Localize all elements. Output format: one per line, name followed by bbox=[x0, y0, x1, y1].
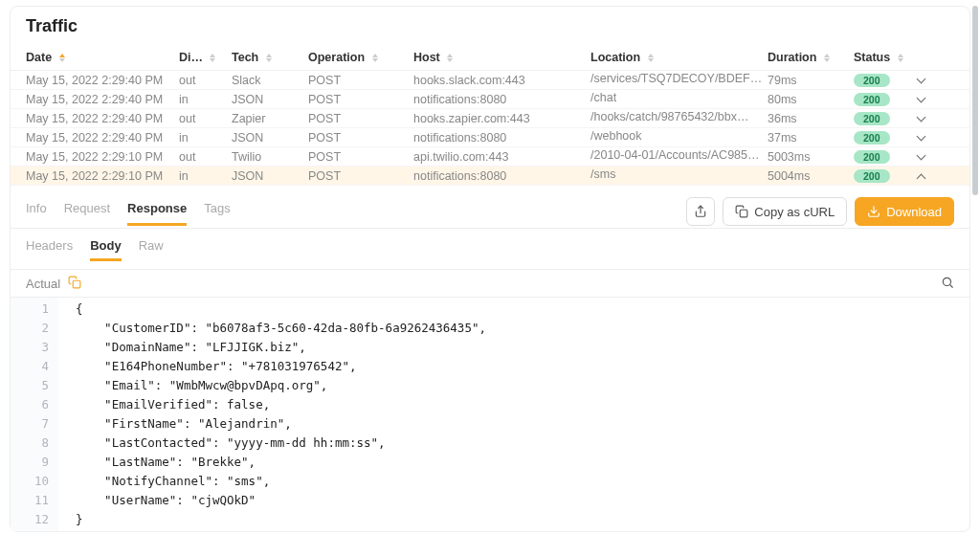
cell-date: May 15, 2022 2:29:40 PM bbox=[26, 131, 179, 145]
subtab-headers[interactable]: Headers bbox=[26, 234, 73, 261]
cell-operation: POST bbox=[308, 169, 413, 183]
cell-operation: POST bbox=[308, 74, 413, 87]
line-number: 8 bbox=[11, 434, 49, 453]
sort-icon bbox=[266, 54, 272, 62]
column-header-operation[interactable]: Operation bbox=[308, 51, 413, 64]
row-detail-pane: Info Request Response Tags Copy as cURL … bbox=[11, 186, 969, 531]
detail-tabs: Info Request Response Tags bbox=[26, 197, 686, 226]
line-number: 6 bbox=[11, 395, 49, 414]
copy-icon bbox=[68, 276, 81, 289]
code-line: } bbox=[76, 510, 486, 529]
svg-rect-3 bbox=[73, 280, 80, 288]
cell-operation: POST bbox=[308, 150, 413, 164]
cell-tech: JSON bbox=[232, 131, 308, 145]
cell-date: May 15, 2022 2:29:40 PM bbox=[26, 112, 179, 125]
status-badge: 200 bbox=[854, 93, 890, 106]
table-row[interactable]: May 15, 2022 2:29:10 PMinJSONPOSTnotific… bbox=[11, 167, 969, 186]
cell-tech: Twilio bbox=[232, 150, 308, 164]
cell-host: hooks.zapier.com:443 bbox=[413, 112, 590, 125]
column-header-direction[interactable]: Di… bbox=[179, 51, 232, 64]
column-header-status[interactable]: Status bbox=[854, 51, 911, 64]
code-line: "DomainName": "LFJJIGK.biz", bbox=[76, 338, 486, 357]
column-label: Duration bbox=[768, 51, 816, 64]
sort-icon bbox=[372, 54, 378, 62]
sort-icon bbox=[210, 54, 215, 62]
status-badge: 200 bbox=[854, 112, 890, 125]
share-button[interactable] bbox=[686, 197, 715, 226]
table-row[interactable]: May 15, 2022 2:29:40 PMoutZapierPOSThook… bbox=[11, 109, 969, 128]
table-row[interactable]: May 15, 2022 2:29:40 PMoutSlackPOSThooks… bbox=[11, 71, 969, 90]
cell-direction: out bbox=[179, 150, 232, 164]
cell-duration: 79ms bbox=[768, 74, 854, 87]
cell-host: notifications:8080 bbox=[413, 93, 590, 106]
search-icon bbox=[941, 276, 954, 289]
subtab-body[interactable]: Body bbox=[90, 234, 122, 261]
code-gutter: 123456789101112 bbox=[11, 298, 58, 531]
panel-header: Traffic bbox=[11, 7, 969, 44]
subtab-raw[interactable]: Raw bbox=[139, 234, 164, 261]
tab-request[interactable]: Request bbox=[64, 197, 110, 226]
tab-response[interactable]: Response bbox=[127, 197, 187, 226]
cell-tech: Zapier bbox=[232, 112, 308, 125]
download-icon bbox=[867, 205, 880, 218]
cell-status: 200 bbox=[854, 74, 911, 87]
expand-toggle[interactable] bbox=[911, 152, 934, 162]
line-number: 1 bbox=[11, 300, 49, 319]
expand-toggle[interactable] bbox=[911, 133, 934, 143]
line-number: 12 bbox=[11, 510, 49, 529]
chevron-down-icon bbox=[918, 95, 927, 104]
response-subtabs: Headers Body Raw bbox=[11, 228, 969, 269]
column-header-date[interactable]: Date bbox=[26, 51, 179, 64]
status-badge: 200 bbox=[854, 150, 890, 164]
cell-date: May 15, 2022 2:29:10 PM bbox=[26, 169, 179, 183]
column-header-tech[interactable]: Tech bbox=[232, 51, 308, 64]
column-header-location[interactable]: Location bbox=[590, 51, 768, 64]
table-row[interactable]: May 15, 2022 2:29:40 PMinJSONPOSTnotific… bbox=[11, 90, 969, 109]
chevron-down-icon bbox=[918, 114, 927, 123]
download-button[interactable]: Download bbox=[855, 197, 954, 226]
traffic-panel: Traffic Date Di… Tech Operation Host Loc… bbox=[10, 6, 970, 532]
line-number: 11 bbox=[11, 491, 49, 510]
cell-location: /webhook bbox=[590, 129, 768, 145]
copy-body-button[interactable] bbox=[68, 276, 81, 292]
expand-toggle[interactable] bbox=[911, 114, 934, 123]
code-line: "Email": "WmbMwcw@bpvDApq.org", bbox=[76, 376, 486, 395]
expand-toggle[interactable] bbox=[911, 95, 934, 104]
cell-direction: out bbox=[179, 74, 232, 87]
response-body-code[interactable]: 123456789101112 { "CustomerID": "b6078af… bbox=[11, 298, 969, 531]
cell-location: /hooks/catch/98765432/bbx… bbox=[590, 110, 768, 126]
cell-direction: in bbox=[179, 93, 232, 106]
tab-info[interactable]: Info bbox=[26, 197, 47, 226]
scrollbar-thumb[interactable] bbox=[972, 6, 978, 195]
cell-direction: in bbox=[179, 131, 232, 145]
copy-as-curl-label: Copy as cURL bbox=[754, 205, 835, 219]
cell-tech: Slack bbox=[232, 74, 308, 87]
sort-icon bbox=[898, 54, 903, 62]
detail-actions: Copy as cURL Download bbox=[686, 197, 954, 226]
cell-operation: POST bbox=[308, 93, 413, 106]
code-line: "LastContacted": "yyyy-mm-dd hh:mm:ss", bbox=[76, 434, 486, 453]
expand-toggle[interactable] bbox=[911, 171, 934, 181]
column-header-host[interactable]: Host bbox=[413, 51, 590, 64]
column-label: Tech bbox=[232, 51, 258, 64]
svg-rect-1 bbox=[741, 210, 748, 217]
download-label: Download bbox=[886, 205, 942, 219]
column-header-duration[interactable]: Duration bbox=[768, 51, 854, 64]
table-body: May 15, 2022 2:29:40 PMoutSlackPOSThooks… bbox=[11, 71, 969, 186]
table-row[interactable]: May 15, 2022 2:29:10 PMoutTwilioPOSTapi.… bbox=[11, 147, 969, 167]
line-number: 4 bbox=[11, 357, 49, 376]
cell-date: May 15, 2022 2:29:10 PM bbox=[26, 150, 179, 164]
code-content: { "CustomerID": "b6078af3-5c60-42da-80fb… bbox=[58, 298, 486, 531]
cell-duration: 80ms bbox=[768, 93, 854, 106]
column-label: Location bbox=[590, 51, 640, 64]
line-number: 7 bbox=[11, 414, 49, 434]
copy-as-curl-button[interactable]: Copy as cURL bbox=[723, 197, 847, 226]
expand-toggle[interactable] bbox=[911, 76, 934, 85]
tab-tags[interactable]: Tags bbox=[204, 197, 230, 226]
search-body-button[interactable] bbox=[941, 276, 954, 292]
line-number: 2 bbox=[11, 319, 49, 338]
table-row[interactable]: May 15, 2022 2:29:40 PMinJSONPOSTnotific… bbox=[11, 128, 969, 147]
code-line: "CustomerID": "b6078af3-5c60-42da-80fb-6… bbox=[76, 319, 486, 338]
cell-status: 200 bbox=[854, 112, 911, 125]
cell-status: 200 bbox=[854, 150, 911, 164]
